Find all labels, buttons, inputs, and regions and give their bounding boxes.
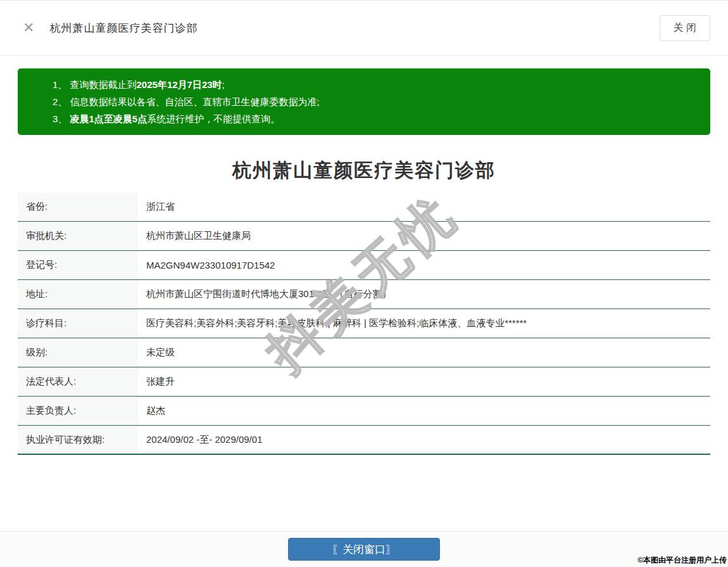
notice-text: 3、 [53,113,70,124]
notice-line-2: 2、 信息数据结果以各省、自治区、直辖市卫生健康委数据为准; [53,93,698,110]
row-label: 执业许可证有效期: [18,426,138,454]
row-value: 医疗美容科;美容外科;美容牙科;美容皮肤科 | 麻醉科 | 医学检验科;临床体液… [138,309,710,338]
table-row-level: 级别: 未定级 [18,338,710,367]
notice-bold-text: 凌晨1点至凌晨5点 [70,113,147,124]
page-title: 杭州萧山童颜医疗美容门诊部 [0,158,728,184]
table-row-license-validity: 执业许可证有效期: 2024/09/02 -至- 2029/09/01 [18,426,710,455]
notice-text: ; [222,79,225,90]
row-label: 省份: [18,193,138,221]
footer: 〖关闭窗口〗 [0,531,728,567]
row-label: 主要负责人: [18,397,138,425]
header-title: 杭州萧山童颜医疗美容门诊部 [49,21,198,35]
notice-bold-text: 2025年12月7日23时 [137,79,222,90]
close-button[interactable]: 关 闭 [660,15,710,41]
notice-text: 2、 信息数据结果以各省、自治区、直辖市卫生健康委数据为准; [53,96,320,107]
notice-text: 系统进行维护，不能提供查询。 [147,113,280,124]
row-value: 赵杰 [138,397,710,425]
table-row-province: 省份: 浙江省 [18,193,710,222]
notice-banner: 1、 查询数据截止到2025年12月7日23时; 2、 信息数据结果以各省、自治… [18,68,710,135]
table-row-principal: 主要负责人: 赵杰 [18,397,710,426]
info-table: 省份: 浙江省 审批机关: 杭州市萧山区卫生健康局 登记号: MA2GN94W2… [18,193,710,455]
notice-line-3: 3、 凌晨1点至凌晨5点系统进行维护，不能提供查询。 [53,110,698,127]
row-label: 诊疗科目: [18,309,138,338]
row-value: 张建升 [138,367,710,396]
row-value: 杭州市萧山区宁围街道时代博地大厦301-6室 （自行分割） [138,280,710,309]
table-row-legal-representative: 法定代表人: 张建升 [18,367,710,397]
row-label: 登记号: [18,251,138,279]
row-label: 地址: [18,280,138,309]
table-row-registration-number: 登记号: MA2GN94W233010917D1542 [18,251,710,280]
table-row-approval-authority: 审批机关: 杭州市萧山区卫生健康局 [18,222,710,251]
row-value: MA2GN94W233010917D1542 [138,251,710,279]
row-label: 法定代表人: [18,367,138,396]
row-label: 审批机关: [18,222,138,250]
row-value: 2024/09/02 -至- 2029/09/01 [138,426,710,454]
row-label: 级别: [18,338,138,367]
notice-line-1: 1、 查询数据截止到2025年12月7日23时; [53,76,698,93]
table-row-address: 地址: 杭州市萧山区宁围街道时代博地大厦301-6室 （自行分割） [18,280,710,309]
close-window-button[interactable]: 〖关闭窗口〗 [288,538,440,561]
attribution-text: ©本图由平台注册用户上传 [637,555,727,566]
close-x-icon[interactable]: ✕ [23,21,34,35]
row-value: 浙江省 [138,193,710,221]
header: ✕ 杭州萧山童颜医疗美容门诊部 关 闭 [0,0,728,56]
row-value: 杭州市萧山区卫生健康局 [138,222,710,250]
row-value: 未定级 [138,338,710,367]
notice-text: 1、 查询数据截止到 [53,79,137,90]
table-row-departments: 诊疗科目: 医疗美容科;美容外科;美容牙科;美容皮肤科 | 麻醉科 | 医学检验… [18,309,710,338]
